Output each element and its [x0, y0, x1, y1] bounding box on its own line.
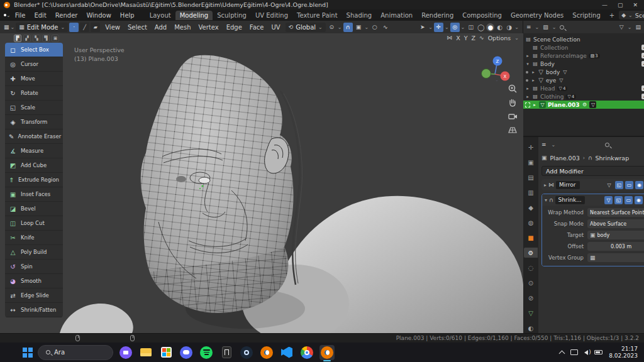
visibility-dropdown[interactable]: ➤ [418, 23, 427, 32]
solid-shading-button[interactable]: ● [486, 23, 494, 31]
properties-tab[interactable]: ▽ [524, 308, 538, 318]
outliner-display-mode-icon[interactable]: ≡ [526, 25, 531, 30]
outliner-row[interactable]: ▸ ▤ Head ▽4 ✓ ◡ [523, 84, 644, 92]
select-mode-set-icon[interactable]: ▛ [14, 35, 21, 42]
properties-tab[interactable]: ⊘ [524, 293, 538, 303]
perspective-toggle-icon[interactable] [508, 125, 518, 135]
tool-item[interactable]: ↺ Spin [5, 260, 63, 274]
outliner-row[interactable]: ▸ ▤ Clothing ▽4 ✓ ◡ [523, 92, 644, 101]
expand-icon[interactable]: ▸ [532, 102, 537, 107]
outliner-row[interactable]: ▾ ▤ Body ✓ ◉ [523, 60, 644, 68]
modifier-name[interactable]: Mirror [556, 181, 580, 189]
wrap-method-dropdown[interactable]: Nearest Surface Point ⌄ [587, 208, 644, 217]
snap-mode-dropdown[interactable]: Above Surface ⌄ [587, 219, 644, 228]
workspace-tab[interactable]: Layout [145, 11, 175, 20]
shrinkwrap-modifier-header[interactable]: ▾ ∩ Shrink... ▽ ◱ ▭ ◉ ⌄ ✕ ⠿ [542, 194, 644, 206]
taskbar-app-spotify[interactable] [199, 345, 214, 360]
tool-item[interactable]: ◱ Scale [5, 101, 63, 115]
minimize-button[interactable]: — [602, 2, 608, 8]
expand-icon[interactable]: ▸ [531, 70, 536, 75]
topbar-menu[interactable]: Help [116, 11, 139, 20]
tool-item[interactable]: ◈ Transform [5, 115, 63, 129]
topbar-menu[interactable]: Render [51, 11, 82, 20]
on-cage-toggle[interactable]: ▽ [605, 181, 613, 189]
rendered-shading-button[interactable]: ◑ [505, 23, 513, 31]
orientation-dropdown[interactable]: ⟲ Global ⌄ [286, 23, 326, 32]
topbar-menu[interactable]: Window [82, 11, 115, 20]
workspace-tab[interactable]: Modeling [175, 11, 213, 20]
taskbar-app-chrome[interactable] [299, 345, 314, 360]
collapse-icon[interactable]: ▾ [525, 62, 530, 67]
workspace-tab[interactable]: Scripting [568, 11, 604, 20]
realtime-toggle[interactable]: ▭ [625, 181, 633, 189]
new-collection-icon[interactable]: ▤ [635, 25, 641, 30]
snap-mode-button[interactable]: ▣ [354, 23, 364, 32]
modifier-name[interactable]: Shrink... [555, 196, 585, 204]
properties-tab[interactable]: ◐ [524, 323, 538, 333]
wireframe-shading-button[interactable]: ◯ [477, 23, 485, 31]
tool-item[interactable]: ◎ Cursor [5, 57, 63, 72]
taskbar-search[interactable]: Ara [38, 345, 113, 360]
properties-tab[interactable]: ◆ [524, 202, 538, 212]
start-button[interactable] [23, 348, 33, 358]
vertex-group-field[interactable]: ▦ ⟷ [587, 253, 644, 262]
taskbar-app-blender[interactable] [259, 345, 274, 360]
proportional-edit-button[interactable]: ○ [370, 23, 379, 32]
offset-field[interactable]: 0.003 m [587, 242, 644, 251]
expand-icon[interactable]: ▸ [525, 94, 530, 99]
checkbox-icon[interactable]: ✓ [641, 53, 644, 58]
pan-hand-icon[interactable] [508, 97, 518, 107]
tool-item[interactable]: ⇄ Edge Slide [5, 288, 63, 303]
breadcrumb-modifier[interactable]: Shrinkwrap [596, 155, 630, 162]
on-cage-toggle[interactable]: ▽ [604, 196, 613, 204]
properties-tab[interactable]: ⊙ [524, 278, 538, 288]
scene-selector[interactable]: ◆ ⌄ Scene ⧉ ✕ [619, 11, 644, 19]
mirror-x-toggle[interactable]: X [456, 35, 460, 41]
outliner-row[interactable]: ▸ ▽ body ▽ ◉ [523, 68, 644, 76]
mode-dropdown[interactable]: ▦ Edit Mode ⌄ [16, 23, 68, 32]
outliner-row-active[interactable]: ▸ ▽ Plane.003 ⚙ ▽ ◉ [523, 101, 644, 109]
viewport-menu[interactable]: UV [267, 24, 284, 31]
viewport-menu[interactable]: Add [151, 24, 170, 31]
taskbar-app-file-explorer[interactable] [138, 345, 153, 360]
options-dropdown[interactable]: Options [488, 35, 511, 41]
workspace-tab[interactable]: Geometry Nodes [506, 11, 568, 20]
expand-icon[interactable]: ▸ [544, 182, 547, 188]
mirror-z-toggle[interactable]: Z [472, 35, 476, 41]
camera-view-icon[interactable] [508, 111, 518, 121]
expand-icon[interactable]: ▸ [531, 78, 536, 83]
mirror-y-toggle[interactable]: Y [464, 35, 468, 41]
workspace-tab[interactable]: Animation [376, 11, 417, 20]
viewport-menu[interactable]: Edge [223, 24, 246, 31]
outliner-row[interactable]: ▸ ▤ ReferanceImage ▨3 ✓ ◡ [523, 52, 644, 60]
zoom-icon[interactable] [508, 84, 518, 94]
tool-item[interactable]: ◫ Loop Cut [5, 216, 63, 231]
workspace-tab[interactable]: Compositing [458, 11, 506, 20]
tool-item[interactable]: ◻ Select Box [5, 43, 63, 57]
select-mode-subtract-icon[interactable]: ▚ [33, 35, 40, 42]
collapse-icon[interactable]: ▾ [545, 197, 547, 203]
add-workspace-button[interactable]: + [605, 11, 619, 20]
battery-icon[interactable] [594, 350, 602, 354]
properties-tab[interactable]: ▤ [524, 172, 538, 182]
breadcrumb-object[interactable]: Plane.003 [550, 155, 580, 162]
taskbar-app-discord[interactable] [179, 345, 194, 360]
select-mode-invert-icon[interactable]: ▜ [42, 35, 50, 42]
face-select-button[interactable]: ▰ [91, 23, 100, 32]
workspace-tab[interactable]: Texture Paint [292, 11, 342, 20]
show-gizmo-button[interactable]: ✛ [434, 23, 443, 32]
properties-tab[interactable]: ⚙ [524, 248, 538, 258]
viewport-menu[interactable]: View [101, 24, 124, 31]
taskbar-app-steam[interactable] [239, 345, 254, 360]
network-icon[interactable] [570, 349, 578, 355]
expand-icon[interactable]: ▸ [525, 86, 530, 91]
checkbox-icon[interactable]: ✓ [641, 61, 644, 67]
tool-item[interactable]: ✚ Move [5, 72, 63, 86]
properties-tab[interactable]: ◌ [524, 263, 538, 273]
select-mode-intersect-icon[interactable]: ▣ [52, 35, 59, 42]
checkbox-icon[interactable]: ✓ [641, 85, 644, 91]
material-shading-button[interactable]: ◐ [496, 23, 504, 31]
tool-item[interactable]: ◕ Smooth [5, 274, 63, 288]
workspace-tab[interactable]: UV Editing [251, 11, 292, 20]
tray-expand-icon[interactable] [559, 350, 565, 356]
